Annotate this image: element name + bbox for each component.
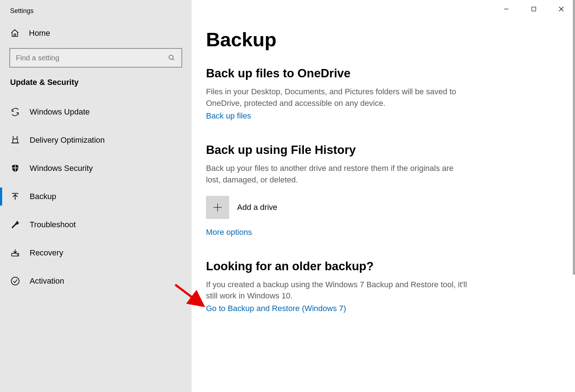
backup-files-link[interactable]: Back up files <box>206 111 251 121</box>
maximize-button[interactable] <box>520 0 548 18</box>
svg-rect-2 <box>13 139 18 143</box>
sidebar-item-delivery-optimization[interactable]: Delivery Optimization <box>0 126 192 154</box>
sync-icon <box>10 107 20 117</box>
page-title: Backup <box>206 28 561 51</box>
settings-window: Settings Home <box>0 0 575 392</box>
search-icon <box>168 54 176 62</box>
sidebar-item-label: Windows Security <box>30 164 93 173</box>
svg-point-0 <box>169 55 173 60</box>
section-file-history: Back up using File History Back up your … <box>206 143 561 237</box>
svg-point-9 <box>17 254 18 255</box>
sidebar-item-backup[interactable]: Backup <box>0 182 192 211</box>
plus-icon <box>206 196 229 219</box>
sidebar-item-label: Activation <box>30 276 64 286</box>
search-input[interactable] <box>9 48 182 68</box>
backup-arrow-icon <box>10 191 20 202</box>
add-drive-button[interactable]: Add a drive <box>206 196 561 219</box>
section-title: Looking for an older backup? <box>206 259 561 273</box>
more-options-link[interactable]: More options <box>206 228 252 237</box>
sidebar-item-windows-update[interactable]: Windows Update <box>0 98 192 126</box>
wrench-icon <box>10 220 20 230</box>
app-title: Settings <box>0 4 192 23</box>
sidebar-item-label: Windows Update <box>30 107 90 117</box>
svg-line-1 <box>173 59 174 60</box>
sidebar-item-label: Delivery Optimization <box>30 135 105 145</box>
section-desc: If you created a backup using the Window… <box>206 279 470 302</box>
add-drive-label: Add a drive <box>237 203 277 212</box>
sidebar-item-troubleshoot[interactable]: Troubleshoot <box>0 211 192 239</box>
checkmark-circle-icon <box>10 276 20 286</box>
delivery-icon <box>10 135 20 145</box>
scrollbar[interactable] <box>573 0 575 275</box>
section-older-backup: Looking for an older backup? If you crea… <box>206 259 561 314</box>
home-label: Home <box>29 29 50 38</box>
sidebar-item-label: Troubleshoot <box>30 220 76 229</box>
sidebar: Settings Home <box>0 0 192 392</box>
section-onedrive: Back up files to OneDrive Files in your … <box>206 66 561 121</box>
main-content: Backup Back up files to OneDrive Files i… <box>192 0 575 392</box>
section-title: Back up files to OneDrive <box>206 66 561 80</box>
minimize-button[interactable] <box>493 0 520 18</box>
backup-restore-win7-link[interactable]: Go to Backup and Restore (Windows 7) <box>206 304 346 313</box>
sidebar-item-label: Backup <box>30 192 56 201</box>
section-desc: Files in your Desktop, Documents, and Pi… <box>206 86 470 109</box>
sidebar-item-label: Recovery <box>30 248 63 258</box>
home-icon <box>10 29 20 38</box>
svg-point-10 <box>11 277 19 285</box>
section-title: Back up using File History <box>206 143 561 157</box>
section-desc: Back up your files to another drive and … <box>206 163 470 186</box>
sidebar-item-activation[interactable]: Activation <box>0 267 192 295</box>
search-wrap <box>0 48 192 77</box>
sidebar-item-windows-security[interactable]: Windows Security <box>0 154 192 182</box>
shield-icon <box>10 163 20 173</box>
category-title: Update & Security <box>0 77 192 98</box>
sidebar-home[interactable]: Home <box>0 23 192 48</box>
recovery-icon <box>10 248 20 258</box>
window-controls <box>493 0 575 18</box>
close-button[interactable] <box>548 0 575 18</box>
sidebar-item-recovery[interactable]: Recovery <box>0 239 192 267</box>
svg-rect-12 <box>532 7 536 11</box>
